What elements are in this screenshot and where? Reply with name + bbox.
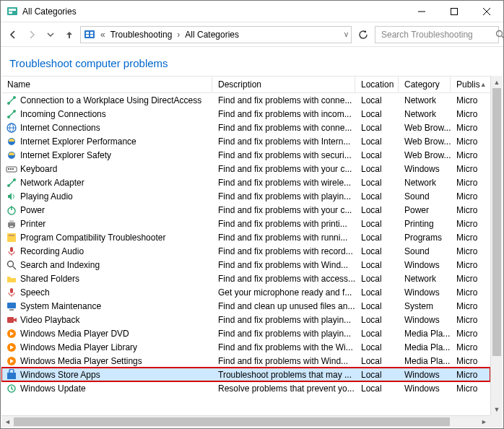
network-icon <box>6 95 17 106</box>
item-description: Get your microphone ready and f... <box>212 287 355 298</box>
list-item[interactable]: Windows Media Player Settings Find and f… <box>1 354 490 368</box>
vertical-scrollbar[interactable]: ▲ ▼ <box>490 76 503 415</box>
item-location: Local <box>355 123 399 133</box>
system-icon <box>6 300 17 312</box>
list-item[interactable]: Connection to a Workplace Using DirectAc… <box>1 93 490 107</box>
refresh-button[interactable] <box>355 26 372 43</box>
svg-rect-47 <box>7 317 14 323</box>
scroll-up-button[interactable]: ▲ <box>491 76 503 88</box>
list-item[interactable]: Windows Media Player Library Find and fi… <box>1 340 490 354</box>
breadcrumb-separator[interactable]: « <box>98 30 108 40</box>
scroll-left-button[interactable]: ◄ <box>1 416 14 428</box>
search-icon[interactable] <box>495 30 504 39</box>
svg-rect-7 <box>84 30 95 38</box>
list-item[interactable]: Windows Update Resolve problems that pre… <box>1 381 490 395</box>
item-name: Windows Media Player Library <box>20 342 137 352</box>
globe-icon <box>6 122 17 134</box>
page-title: Troubleshoot computer problems <box>1 47 503 77</box>
list-item[interactable]: Program Compatibility Troubleshooter Fin… <box>1 230 490 244</box>
search-box[interactable] <box>375 26 499 43</box>
svg-line-16 <box>9 98 14 103</box>
window-controls <box>405 1 503 22</box>
item-publisher: Micro <box>451 136 487 147</box>
column-header-description[interactable]: Description <box>212 77 355 92</box>
list-item[interactable]: System Maintenance Find and clean up unu… <box>1 299 490 313</box>
recent-locations-button[interactable] <box>43 27 58 43</box>
wmp-icon <box>6 328 17 339</box>
update-icon <box>6 383 17 394</box>
breadcrumb-item[interactable]: All Categories <box>185 30 239 40</box>
svg-rect-43 <box>10 288 13 293</box>
horizontal-scrollbar[interactable]: ◄ ► <box>1 415 490 428</box>
item-category: Windows <box>399 315 451 325</box>
svg-rect-38 <box>9 235 14 236</box>
scroll-down-button[interactable]: ▼ <box>491 403 503 415</box>
search-input[interactable] <box>380 29 491 40</box>
app-icon <box>6 6 18 17</box>
item-description: Find and fix problems with playin... <box>212 315 355 325</box>
list-item[interactable]: Search and Indexing Find and fix problem… <box>1 258 490 272</box>
item-name: Network Adapter <box>20 178 84 188</box>
scrollbar-corner <box>490 415 503 428</box>
list-item[interactable]: Power Find and fix problems with your c.… <box>1 203 490 217</box>
breadcrumb-item[interactable]: Troubleshooting <box>110 30 173 40</box>
item-category: Windows <box>399 384 451 394</box>
column-header-category[interactable]: Category <box>399 77 451 92</box>
item-description: Find and fix problems with incom... <box>212 109 355 119</box>
svg-rect-45 <box>7 303 16 308</box>
scroll-track[interactable] <box>491 88 503 403</box>
list-item[interactable]: Incoming Connections Find and fix proble… <box>1 107 490 121</box>
item-description: Find and fix problems with Intern... <box>212 136 355 147</box>
svg-rect-27 <box>10 168 12 170</box>
item-location: Local <box>355 274 399 284</box>
forward-button[interactable] <box>24 27 40 43</box>
item-description: Find and fix problems with conne... <box>212 95 355 105</box>
power-icon <box>6 204 17 216</box>
column-header-location[interactable]: Location <box>355 77 399 92</box>
list-item[interactable]: Recording Audio Find and fix problems wi… <box>1 244 490 258</box>
item-location: Local <box>355 370 399 380</box>
item-publisher: Micro <box>451 356 487 366</box>
scroll-thumb[interactable] <box>14 417 450 426</box>
list-item[interactable]: Playing Audio Find and fix problems with… <box>1 189 490 203</box>
item-description: Find and fix problems with securi... <box>212 150 355 160</box>
item-publisher: Micro <box>451 164 487 174</box>
svg-rect-0 <box>7 7 17 15</box>
item-name: Speech <box>20 287 50 298</box>
list-item[interactable]: Internet Connections Find and fix proble… <box>1 121 490 134</box>
item-name: Windows Store Apps <box>20 370 100 380</box>
address-dropdown-icon[interactable]: v <box>344 30 348 38</box>
item-category: Web Brow... <box>399 150 451 160</box>
item-description: Find and fix problems with your c... <box>212 205 355 215</box>
list-item[interactable]: Internet Explorer Performance Find and f… <box>1 134 490 148</box>
svg-rect-8 <box>86 32 89 34</box>
list-item[interactable]: Shared Folders Find and fix problems wit… <box>1 272 490 285</box>
item-description: Resolve problems that prevent yo... <box>212 384 355 394</box>
scroll-right-button[interactable]: ► <box>478 416 490 428</box>
column-header-name[interactable]: Name <box>1 77 212 92</box>
up-button[interactable] <box>61 27 77 43</box>
list-item[interactable]: Keyboard Find and fix problems with your… <box>1 162 490 176</box>
address-bar[interactable]: « Troubleshooting › All Categories v <box>80 26 352 43</box>
minimize-button[interactable] <box>405 1 438 22</box>
list-item[interactable]: Network Adapter Find and fix problems wi… <box>1 176 490 189</box>
list-item[interactable]: Windows Store Apps Troubleshoot problems… <box>1 368 490 381</box>
rows-container: Connection to a Workplace Using DirectAc… <box>1 93 490 395</box>
column-header-publisher[interactable]: Publis ▲ <box>451 77 487 92</box>
item-publisher: Micro <box>451 370 487 380</box>
item-category: Windows <box>399 164 451 174</box>
list-item[interactable]: Speech Get your microphone ready and f..… <box>1 285 490 299</box>
maximize-button[interactable] <box>438 1 470 22</box>
svg-line-31 <box>9 181 14 185</box>
breadcrumb-separator[interactable]: › <box>175 30 182 40</box>
scroll-thumb[interactable] <box>492 88 501 356</box>
scroll-track[interactable] <box>14 416 478 428</box>
close-button[interactable] <box>470 1 503 22</box>
item-category: Printing <box>399 219 451 229</box>
list-item[interactable]: Video Playback Find and fix problems wit… <box>1 313 490 326</box>
list-item[interactable]: Windows Media Player DVD Find and fix pr… <box>1 326 490 340</box>
list-item[interactable]: Printer Find and fix problems with print… <box>1 217 490 230</box>
item-category: Media Pla... <box>399 356 451 366</box>
list-item[interactable]: Internet Explorer Safety Find and fix pr… <box>1 148 490 162</box>
back-button[interactable] <box>5 27 21 43</box>
